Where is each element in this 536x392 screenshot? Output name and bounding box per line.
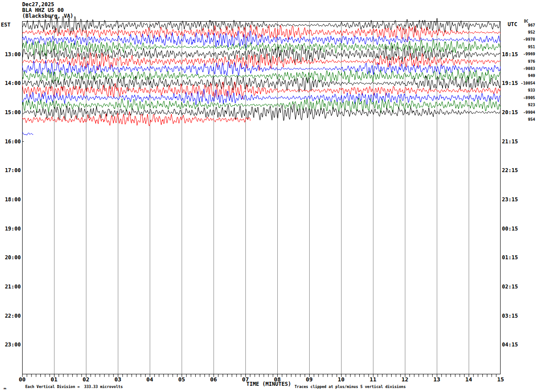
est-hour-label: 14:00 xyxy=(0,81,21,86)
dc-offset-value: -9969 xyxy=(501,52,535,56)
dc-offset-value: -8905 xyxy=(501,96,535,100)
utc-hour-label: 04:15 xyxy=(502,342,528,347)
dc-offset-value: -9083 xyxy=(501,67,535,71)
scale-note: Each Vertical Division = 333.33 microvol… xyxy=(25,384,123,389)
est-hour-label: 13:00 xyxy=(0,52,21,57)
est-hour-label: 19:00 xyxy=(0,226,21,231)
est-hour-label: 23:00 xyxy=(0,342,21,347)
dc-offset-value: 954 xyxy=(501,118,535,122)
est-hour-label: 15:00 xyxy=(0,110,21,115)
dc-offset-value: 949 xyxy=(501,74,535,78)
x-axis-title: TIME (MINUTES) xyxy=(246,381,291,387)
est-hour-label: 21:00 xyxy=(0,284,21,289)
dc-offset-value: -9978 xyxy=(501,38,535,42)
clip-note: Traces clipped at plus/minus 5 vertical … xyxy=(295,384,406,389)
est-hour-label: 20:00 xyxy=(0,255,21,260)
utc-hour-label: 03:15 xyxy=(502,313,528,319)
seismic-trace-1600 xyxy=(22,142,24,142)
dc-offset-value: 952 xyxy=(501,31,535,35)
utc-hour-label: 22:15 xyxy=(502,168,528,173)
corner-glyph: m xyxy=(4,387,6,390)
est-hour-label: 22:00 xyxy=(0,313,21,319)
est-hour-label: 16:00 xyxy=(0,139,21,144)
seismic-trace-1200 xyxy=(22,16,501,34)
dc-offset-value: -9904 xyxy=(501,111,535,115)
dc-offset-value: 967 xyxy=(501,23,535,27)
seismic-trace-1430 xyxy=(22,89,501,105)
dc-offset-value: 976 xyxy=(501,60,535,64)
est-hour-label: 18:00 xyxy=(0,197,21,202)
dc-offset-value: 933 xyxy=(501,88,535,92)
utc-hour-label: 21:15 xyxy=(502,139,528,144)
utc-hour-label: 23:15 xyxy=(502,197,528,202)
dc-offset-value: 923 xyxy=(501,103,535,107)
seismic-trace-1415 xyxy=(22,82,501,99)
helicorder-screen: Dec27,2025 BLA HHZ US 00 (Blacksburg, VA… xyxy=(0,0,536,392)
dc-offset-value: -10054 xyxy=(501,81,535,85)
est-hour-label: 17:00 xyxy=(0,168,21,173)
utc-hour-label: 00:15 xyxy=(502,226,528,231)
utc-hour-label: 02:15 xyxy=(502,284,528,289)
helicorder-plot xyxy=(22,13,501,380)
seismic-trace-1515 xyxy=(22,111,250,126)
utc-hour-label: 01:15 xyxy=(502,255,528,260)
est-axis-label: EST xyxy=(1,22,11,28)
seismic-trace-1530 xyxy=(22,133,33,135)
dc-offset-value: 951 xyxy=(501,45,535,49)
